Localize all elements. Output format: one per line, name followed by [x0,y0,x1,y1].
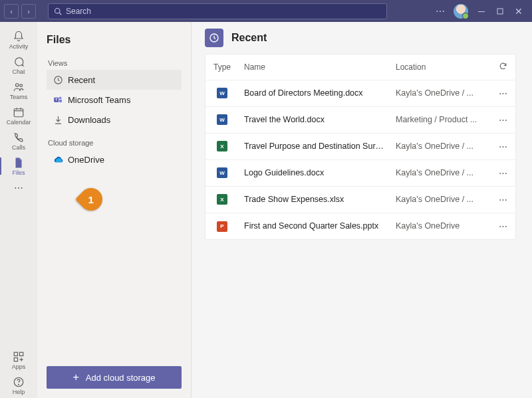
rail-label: Activity [9,43,29,50]
search-input[interactable]: Search [48,3,387,19]
rail-more[interactable]: ⋯ [0,179,37,197]
row-more-button[interactable]: ⋯ [490,106,515,133]
file-name: Logo Guidelines.docx [239,159,390,186]
phone-icon [13,132,25,144]
file-location: Kayla's OneDrive / ... [390,159,490,186]
ppt-file-icon: P [217,221,227,232]
svg-point-13 [19,384,19,385]
table-row[interactable]: XTrade Show Expenses.xlsxKayla's OneDriv… [205,186,515,213]
rail-help[interactable]: Help [0,373,37,398]
rail-label: Chat [12,68,25,75]
teams-logo-icon: T [51,95,65,105]
main-header: Recent [192,22,532,54]
calendar-icon [13,106,25,118]
rail-label: Calendar [7,119,31,126]
file-name: Board of Directors Meeting.docx [239,80,390,106]
rail-label: Help [13,389,25,395]
chat-icon [13,56,25,68]
rail-activity[interactable]: Activity [0,27,37,52]
table-row[interactable]: PFirst and Second Quarter Sales.pptxKayl… [205,213,515,239]
file-name: Travel the World.docx [239,106,390,133]
table-row[interactable]: WLogo Guidelines.docxKayla's OneDrive / … [205,159,515,186]
rail-calendar[interactable]: Calendar [0,103,37,128]
file-location: Marketing / Product ... [390,106,490,133]
button-label: Add cloud storage [86,373,156,383]
col-location[interactable]: Location [390,54,490,80]
file-name: First and Second Quarter Sales.pptx [239,213,390,239]
main-panel: Recent Type Name Location WBoard of Dire… [192,22,532,398]
window-maximize-button[interactable] [491,2,509,21]
word-file-icon: W [217,167,227,178]
rail-label: Apps [12,363,26,370]
file-location: Kayla's OneDrive / ... [390,186,490,213]
word-file-icon: W [217,88,227,98]
file-icon [13,157,25,169]
rail-apps[interactable]: Apps [0,348,37,373]
row-more-button[interactable]: ⋯ [490,80,515,106]
nav-back-button[interactable]: ‹ [4,4,19,19]
nav-item-label: Microsoft Teams [68,95,130,105]
more-button[interactable]: ⋯ [431,2,450,21]
window-close-button[interactable]: ✕ [509,2,528,21]
nav-microsoft-teams[interactable]: T Microsoft Teams [47,90,182,110]
table-header-row: Type Name Location [205,54,515,80]
file-name: Travel Purpose and Destination Surve... [239,133,390,159]
clock-icon [51,75,65,85]
nav-item-label: Downloads [68,115,110,125]
col-refresh[interactable] [490,54,515,80]
row-more-button[interactable]: ⋯ [490,186,515,213]
row-more-button[interactable]: ⋯ [490,159,515,186]
svg-rect-10 [20,352,23,355]
row-more-button[interactable]: ⋯ [490,213,515,239]
file-name: Trade Show Expenses.xlsx [239,186,390,213]
col-type[interactable]: Type [205,54,239,80]
svg-rect-9 [14,352,17,355]
onedrive-icon [51,155,65,163]
window-minimize-button[interactable]: ─ [472,2,491,21]
row-more-button[interactable]: ⋯ [490,133,515,159]
excel-file-icon: X [217,141,227,151]
user-avatar[interactable] [454,4,468,19]
rail-chat[interactable]: Chat [0,52,37,78]
rail-label: Calls [12,144,25,151]
svg-point-17 [59,96,61,99]
rail-calls[interactable]: Calls [0,128,37,153]
app-rail: Activity Chat Teams Calendar Calls Files… [0,22,37,398]
word-file-icon: W [217,114,227,125]
table-row[interactable]: WBoard of Directors Meeting.docxKayla's … [205,80,515,106]
search-icon [54,7,62,15]
nav-downloads[interactable]: Downloads [47,110,182,130]
table-row[interactable]: XTravel Purpose and Destination Surve...… [205,133,515,159]
add-cloud-storage-button[interactable]: + Add cloud storage [47,366,182,389]
svg-rect-5 [14,108,23,116]
files-table: Type Name Location WBoard of Directors M… [205,54,515,239]
table-row[interactable]: WTravel the World.docxMarketing / Produc… [205,106,515,133]
views-section-label: Views [48,59,180,67]
rail-label: Files [12,169,25,176]
svg-line-1 [59,13,61,15]
file-location: Kayla's OneDrive [390,213,490,239]
excel-file-icon: X [217,194,227,205]
nav-forward-button[interactable]: › [21,4,36,19]
files-nav: Files Views Recent T Microsoft Teams Dow… [37,22,192,398]
file-location: Kayla's OneDrive / ... [390,133,490,159]
col-name[interactable]: Name [239,54,390,80]
svg-point-4 [20,84,23,86]
bell-icon [13,31,25,43]
rail-teams[interactable]: Teams [0,78,37,103]
recent-badge-icon [205,29,223,47]
nav-recent[interactable]: Recent [47,70,182,90]
svg-point-0 [55,8,61,13]
rail-files[interactable]: Files [0,153,37,179]
annotation-callout-1: 1 [75,183,107,215]
ellipsis-icon: ⋯ [14,183,23,193]
help-icon [13,376,25,388]
apps-icon [13,351,25,363]
plus-icon: + [72,371,78,383]
search-placeholder: Search [66,7,91,16]
nav-onedrive[interactable]: OneDrive [47,149,182,169]
refresh-icon [499,62,507,70]
files-nav-title: Files [47,34,182,46]
teams-icon [13,81,25,93]
download-icon [51,115,65,125]
